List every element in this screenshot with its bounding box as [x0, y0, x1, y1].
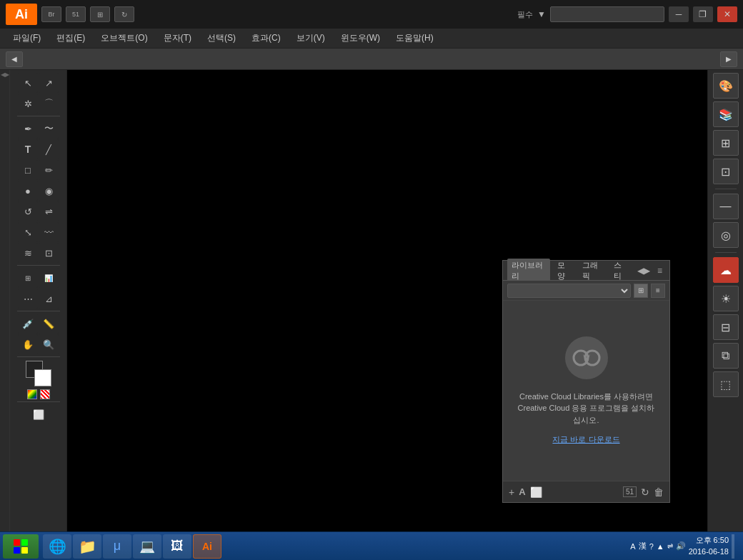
menu-file[interactable]: 파일(F): [6, 29, 48, 47]
eyedropper-tool[interactable]: 💉: [18, 314, 38, 334]
tray-ime-a[interactable]: A: [630, 542, 635, 551]
library-tab-sticker[interactable]: 스티: [609, 259, 632, 283]
direct-selection-tool[interactable]: ↗: [39, 73, 59, 93]
search-input[interactable]: [550, 6, 664, 22]
lasso-tool[interactable]: ⌒: [39, 94, 59, 114]
library-list-view-btn[interactable]: ≡: [651, 284, 665, 298]
library-refresh-btn[interactable]: ↻: [641, 486, 649, 498]
close-button[interactable]: ✕: [717, 6, 737, 22]
no-fill-swatch[interactable]: [40, 389, 50, 399]
reflect-tool[interactable]: ⇌: [39, 201, 59, 221]
toolbar-expand-left[interactable]: ◀: [6, 51, 23, 67]
title-icon-51[interactable]: 51: [66, 6, 86, 22]
title-icon-sync[interactable]: ↻: [114, 6, 134, 22]
menu-text[interactable]: 문자(T): [156, 29, 199, 47]
svg-rect-2: [14, 539, 20, 546]
menu-select[interactable]: 선택(S): [200, 29, 243, 47]
left-edge-collapse[interactable]: ◀▶: [0, 70, 10, 531]
taskbar-rdp-btn[interactable]: 💻: [133, 534, 161, 559]
cc-logo-svg: [572, 344, 601, 372]
panel-artboards-icon[interactable]: ⬚: [713, 371, 739, 397]
blob-brush-tool[interactable]: ◉: [39, 181, 59, 201]
library-text-btn[interactable]: A: [519, 486, 525, 497]
pencil-tool[interactable]: ✏: [39, 160, 59, 180]
zoom-tool[interactable]: 🔍: [39, 334, 59, 354]
title-icon-br[interactable]: Br: [41, 6, 61, 22]
library-icon-51[interactable]: 51: [623, 486, 637, 497]
library-expand-btn[interactable]: ◀▶: [634, 264, 653, 277]
tray-expand[interactable]: ▲: [657, 542, 664, 551]
panel-libraries-icon[interactable]: 📚: [713, 101, 739, 127]
title-icon-grid[interactable]: ⊞: [90, 6, 110, 22]
measure-tool[interactable]: 📏: [39, 314, 59, 334]
warp-tool[interactable]: 〰: [39, 222, 59, 242]
panel-appearance-icon[interactable]: ◎: [713, 222, 739, 248]
library-download-link[interactable]: 지금 바로 다운로드: [552, 434, 619, 445]
panel-sun-icon[interactable]: ☀: [713, 286, 739, 311]
clock[interactable]: 오후 6:50 2016-06-18: [689, 535, 729, 557]
library-tab-libraries[interactable]: 라이브러리: [507, 259, 550, 283]
type-tool[interactable]: T: [18, 139, 38, 159]
library-shape-btn[interactable]: ⬜: [530, 486, 542, 498]
taskbar-ie-btn[interactable]: 🌐: [43, 534, 71, 559]
panel-layers-icon[interactable]: ⧉: [713, 343, 739, 369]
tray-ime-han[interactable]: 漢: [639, 541, 647, 551]
line-tool[interactable]: ╱: [39, 139, 59, 159]
library-menu-btn[interactable]: ≡: [654, 264, 665, 277]
taskbar-utorrent-btn[interactable]: μ: [103, 534, 131, 559]
taskbar-illustrator-btn[interactable]: Ai: [193, 534, 221, 559]
chart-tool[interactable]: 📊: [39, 268, 59, 288]
selection-tool[interactable]: ↖: [18, 73, 38, 93]
library-tab-graphic[interactable]: 그래픽: [578, 259, 607, 283]
pen-tool[interactable]: ✒: [18, 119, 38, 139]
curvature-tool[interactable]: 〜: [39, 119, 59, 139]
restore-button[interactable]: ❐: [693, 6, 713, 22]
menu-edit[interactable]: 편집(E): [49, 29, 92, 47]
panel-arrange-icon[interactable]: ⊟: [713, 314, 739, 340]
rotate-tool[interactable]: ↺: [18, 201, 38, 221]
creative-cloud-logo: [565, 336, 608, 379]
library-toolbar: ⊞ ≡: [503, 281, 669, 301]
pen-tools: ✒ 〜: [18, 119, 59, 139]
panel-stroke-icon[interactable]: —: [713, 194, 739, 219]
hand-tool[interactable]: ✋: [18, 334, 38, 354]
width-tool[interactable]: ≋: [18, 243, 38, 263]
menu-object[interactable]: 오브젝트(O): [94, 29, 154, 47]
menu-view[interactable]: 보기(V): [289, 29, 332, 47]
minimize-button[interactable]: ─: [669, 6, 689, 22]
clock-time: 오후 6:50: [689, 535, 729, 546]
library-grid-view-btn[interactable]: ⊞: [634, 284, 648, 298]
screen-mode-btn[interactable]: ⬜: [29, 404, 49, 424]
symbol-spray-tool[interactable]: ⋯: [18, 289, 38, 309]
stroke-swatch[interactable]: [34, 369, 51, 386]
free-transform-tool[interactable]: ⊡: [39, 243, 59, 263]
shapebuilder-tools: ⊞ 📊: [18, 268, 59, 288]
taskbar-explorer-btn[interactable]: 📁: [73, 534, 101, 559]
column-graph-tool[interactable]: ⊿: [39, 289, 59, 309]
panel-cc-icon[interactable]: ☁: [713, 257, 739, 283]
tray-help[interactable]: ?: [649, 542, 654, 551]
library-add-btn[interactable]: +: [509, 486, 514, 498]
menu-effect[interactable]: 효과(C): [244, 29, 288, 47]
tray-ime-switch[interactable]: ⇌: [667, 542, 673, 550]
menu-window[interactable]: 윈도우(W): [334, 29, 387, 47]
menu-help[interactable]: 도움말(H): [389, 29, 441, 47]
taskbar-paint-btn[interactable]: 🖼: [163, 534, 191, 559]
essential-dropdown-icon[interactable]: ▼: [537, 9, 546, 19]
library-select[interactable]: [507, 284, 631, 298]
shape-builder-tool[interactable]: ⊞: [18, 268, 38, 288]
library-trash-btn[interactable]: 🗑: [654, 486, 664, 498]
rect-tool[interactable]: □: [18, 160, 38, 180]
magic-wand-tool[interactable]: ✲: [18, 94, 38, 114]
panel-transform-icon[interactable]: ⊡: [713, 159, 739, 184]
start-button[interactable]: [3, 534, 39, 559]
panel-align-icon[interactable]: ⊞: [713, 130, 739, 156]
tray-show-desktop[interactable]: [732, 534, 734, 559]
paint-brush-tool[interactable]: ●: [18, 181, 38, 201]
tray-sound[interactable]: 🔊: [676, 541, 686, 551]
toolbar-expand-right[interactable]: ▶: [720, 51, 737, 67]
gradient-swatch[interactable]: [27, 389, 37, 399]
scale-tool[interactable]: ⤡: [18, 222, 38, 242]
panel-color-icon[interactable]: 🎨: [713, 73, 739, 99]
library-tab-shape[interactable]: 모양: [553, 259, 575, 283]
